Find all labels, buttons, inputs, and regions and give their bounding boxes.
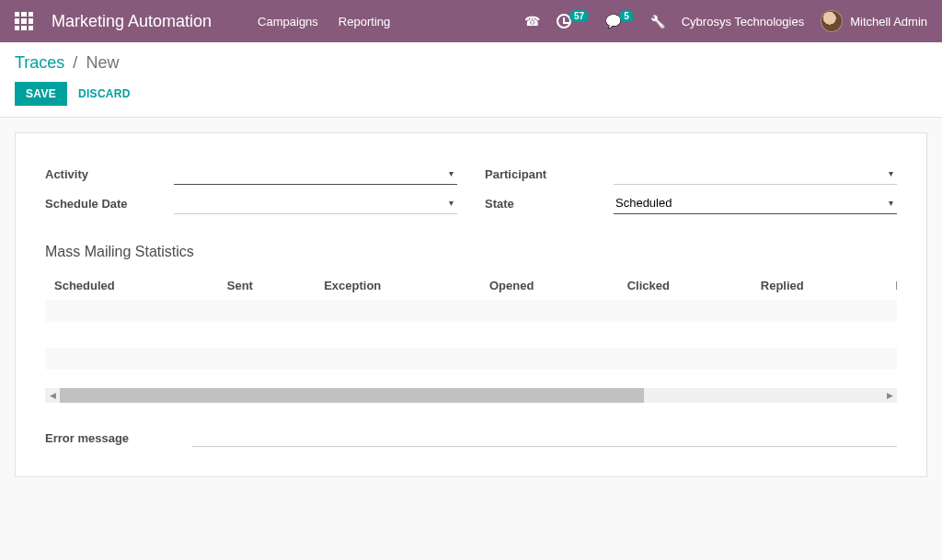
discard-button[interactable]: Discard (78, 87, 131, 100)
col-clicked: Clicked (618, 271, 752, 300)
user-menu[interactable]: Mitchell Admin (821, 10, 927, 32)
menu-reporting[interactable]: Reporting (339, 15, 390, 29)
table-gap (45, 322, 897, 348)
scroll-thumb[interactable] (60, 388, 644, 403)
menu-campaigns[interactable]: Campaigns (258, 15, 318, 29)
schedule-date-label: Schedule Date (45, 197, 174, 211)
table-row[interactable] (45, 300, 897, 322)
scroll-right-icon[interactable]: ▶ (882, 391, 897, 400)
state-label: State (485, 197, 614, 211)
save-button[interactable]: Save (15, 82, 67, 106)
breadcrumb: Traces / New (15, 53, 927, 73)
breadcrumb-separator: / (73, 53, 77, 72)
breadcrumb-parent[interactable]: Traces (15, 53, 64, 72)
col-replied: Replied (752, 271, 887, 300)
activities-badge: 57 (569, 10, 589, 22)
scroll-left-icon[interactable]: ◀ (45, 391, 60, 400)
participant-label: Participant (485, 167, 614, 181)
col-exception: Exception (315, 271, 480, 300)
activities-icon[interactable]: 57 (557, 14, 589, 29)
error-message-label: Error message (45, 431, 192, 445)
debug-icon[interactable] (650, 15, 665, 29)
col-opened: Opened (480, 271, 618, 300)
avatar (821, 10, 843, 32)
company-switcher[interactable]: Cybrosys Technologies (682, 15, 804, 29)
table-row[interactable] (45, 348, 897, 370)
form-sheet: Activity ▾ Schedule Date ▾ Participa (15, 132, 927, 477)
schedule-date-field[interactable] (174, 192, 457, 214)
col-sent: Sent (218, 271, 315, 300)
user-name: Mitchell Admin (850, 15, 927, 29)
stats-table: Scheduled Sent Exception Opened Clicked … (45, 271, 897, 370)
scroll-track[interactable] (60, 388, 882, 403)
messages-badge: 5 (619, 10, 634, 22)
activity-label: Activity (45, 167, 174, 181)
horizontal-scrollbar[interactable]: ◀ ▶ (45, 388, 897, 403)
col-scheduled: Scheduled (45, 271, 218, 300)
error-message-field[interactable] (192, 429, 897, 447)
apps-icon[interactable] (15, 12, 33, 30)
activity-field[interactable] (174, 163, 457, 185)
app-brand[interactable]: Marketing Automation (52, 12, 212, 31)
stats-section-title: Mass Mailing Statistics (45, 244, 897, 260)
messages-icon[interactable]: 5 (605, 14, 634, 29)
participant-field[interactable] (614, 163, 897, 185)
phone-icon[interactable] (524, 14, 540, 29)
state-field[interactable] (614, 192, 897, 214)
breadcrumb-current: New (86, 53, 119, 72)
col-bounced: Bounced (886, 271, 897, 300)
